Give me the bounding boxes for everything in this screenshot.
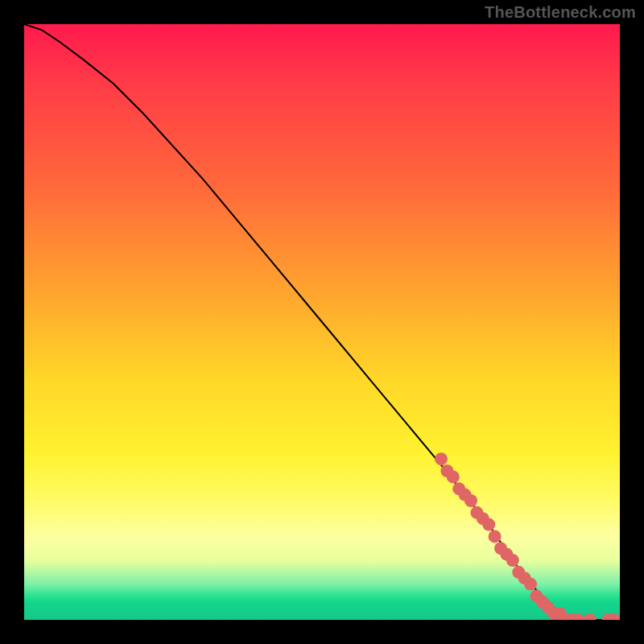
chart-plot-area xyxy=(24,24,620,620)
chart-curve-line xyxy=(24,24,620,620)
chart-svg xyxy=(24,24,620,620)
chart-marker xyxy=(584,613,597,620)
chart-marker xyxy=(435,452,448,465)
chart-marker xyxy=(447,470,460,483)
chart-marker xyxy=(489,530,502,543)
chart-marker xyxy=(464,494,477,507)
chart-marker xyxy=(524,578,537,591)
watermark-text: TheBottleneck.com xyxy=(485,3,636,22)
chart-highlight-markers xyxy=(435,452,620,620)
chart-marker xyxy=(482,518,495,531)
chart-marker xyxy=(506,554,519,567)
